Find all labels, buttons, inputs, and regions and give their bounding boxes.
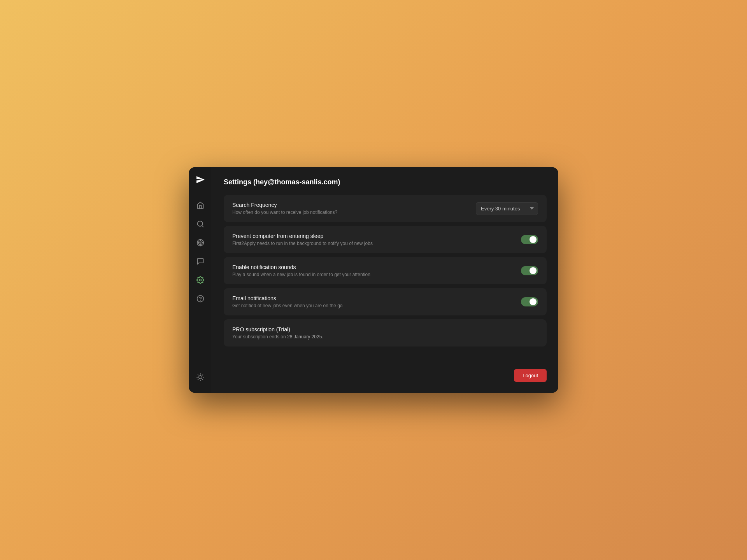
prevent-sleep-track bbox=[521, 235, 538, 244]
sidebar bbox=[189, 167, 212, 393]
svg-line-16 bbox=[202, 379, 203, 380]
svg-point-9 bbox=[199, 279, 201, 281]
subscription-info: PRO subscription (Trial) Your subscripti… bbox=[232, 326, 323, 340]
notification-sounds-desc: Play a sound when a new job is found in … bbox=[232, 272, 370, 277]
app-logo bbox=[196, 175, 205, 186]
search-icon bbox=[196, 220, 204, 228]
prevent-sleep-card: Prevent computer from entering sleep Fir… bbox=[224, 226, 547, 253]
target-icon bbox=[196, 239, 204, 247]
email-notifications-card: Email notifications Get notified of new … bbox=[224, 288, 547, 315]
notification-sounds-track bbox=[521, 266, 538, 275]
sidebar-item-help[interactable] bbox=[193, 291, 208, 306]
email-notifications-desc: Get notified of new jobs even when you a… bbox=[232, 303, 343, 308]
notification-sounds-card: Enable notification sounds Play a sound … bbox=[224, 257, 547, 284]
sidebar-nav bbox=[193, 198, 208, 369]
search-frequency-card: Search Frequency How often do you want t… bbox=[224, 195, 547, 222]
svg-point-12 bbox=[198, 376, 202, 379]
settings-icon bbox=[196, 276, 204, 284]
sidebar-item-theme[interactable] bbox=[193, 369, 208, 385]
prevent-sleep-info: Prevent computer from entering sleep Fir… bbox=[232, 233, 373, 246]
subscription-title: PRO subscription (Trial) bbox=[232, 326, 323, 332]
sidebar-item-search[interactable] bbox=[193, 216, 208, 232]
search-frequency-title: Search Frequency bbox=[232, 202, 337, 208]
svg-line-1 bbox=[202, 226, 203, 227]
logout-button[interactable]: Logout bbox=[514, 369, 547, 382]
subscription-desc: Your subscription ends on 28 January 202… bbox=[232, 334, 323, 340]
search-frequency-desc: How often do you want to receive job not… bbox=[232, 210, 337, 215]
email-notifications-info: Email notifications Get notified of new … bbox=[232, 295, 343, 308]
email-notifications-track bbox=[521, 297, 538, 306]
svg-line-15 bbox=[198, 375, 198, 375]
subscription-date-link[interactable]: 28 January 2025 bbox=[287, 334, 322, 340]
home-icon bbox=[196, 201, 204, 209]
help-icon bbox=[196, 295, 204, 303]
svg-line-20 bbox=[202, 375, 203, 375]
messages-icon bbox=[196, 257, 204, 265]
theme-icon bbox=[196, 373, 204, 381]
notification-sounds-info: Enable notification sounds Play a sound … bbox=[232, 264, 370, 277]
svg-line-19 bbox=[198, 379, 198, 380]
prevent-sleep-title: Prevent computer from entering sleep bbox=[232, 233, 373, 239]
app-window: Settings (hey@thomas-sanlis.com) Search … bbox=[189, 167, 558, 393]
notification-sounds-title: Enable notification sounds bbox=[232, 264, 370, 270]
page-title: Settings (hey@thomas-sanlis.com) bbox=[224, 178, 547, 186]
settings-list: Search Frequency How often do you want t… bbox=[224, 195, 547, 362]
svg-point-4 bbox=[200, 242, 201, 243]
prevent-sleep-desc: First2Apply needs to run in the backgrou… bbox=[232, 241, 373, 246]
subscription-desc-suffix: . bbox=[322, 334, 323, 340]
sidebar-item-target[interactable] bbox=[193, 235, 208, 250]
email-notifications-toggle[interactable] bbox=[521, 297, 538, 306]
search-frequency-info: Search Frequency How often do you want t… bbox=[232, 202, 337, 215]
prevent-sleep-toggle[interactable] bbox=[521, 235, 538, 244]
subscription-desc-prefix: Your subscription ends on bbox=[232, 334, 287, 340]
subscription-card: PRO subscription (Trial) Your subscripti… bbox=[224, 319, 547, 346]
main-footer: Logout bbox=[224, 369, 547, 382]
main-content: Settings (hey@thomas-sanlis.com) Search … bbox=[212, 167, 558, 393]
sidebar-item-home[interactable] bbox=[193, 198, 208, 213]
sidebar-item-settings[interactable] bbox=[193, 272, 208, 288]
notification-sounds-toggle[interactable] bbox=[521, 266, 538, 275]
sidebar-item-messages[interactable] bbox=[193, 254, 208, 269]
svg-point-3 bbox=[198, 241, 202, 245]
frequency-select[interactable]: Every 5 minutes Every 15 minutes Every 3… bbox=[476, 202, 538, 215]
email-notifications-title: Email notifications bbox=[232, 295, 343, 301]
